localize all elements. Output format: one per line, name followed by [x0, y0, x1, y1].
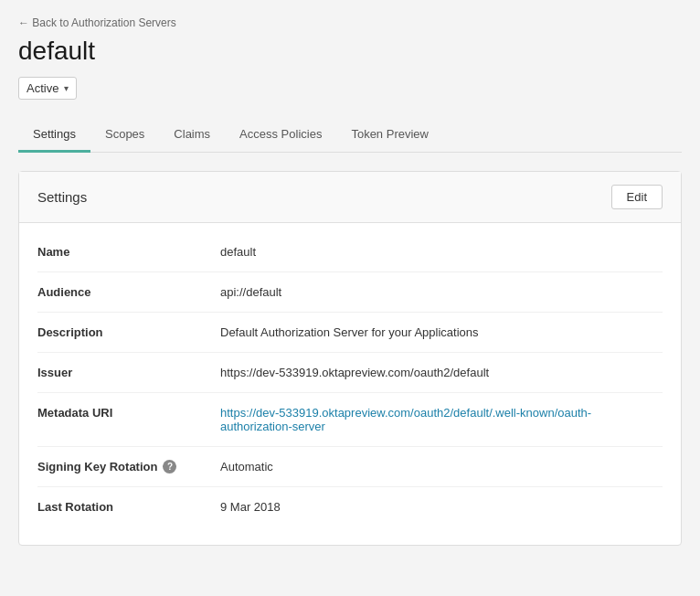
- field-label-name: Name: [37, 245, 220, 259]
- field-row-audience: Audience api://default: [37, 272, 663, 313]
- field-label-last-rotation: Last Rotation: [37, 500, 220, 514]
- tab-token-preview[interactable]: Token Preview: [336, 118, 443, 153]
- field-row-description: Description Default Authorization Server…: [37, 313, 663, 353]
- chevron-down-icon: ▾: [64, 83, 69, 93]
- tab-scopes[interactable]: Scopes: [90, 118, 159, 153]
- field-value-name: default: [220, 245, 663, 259]
- card-header-title: Settings: [37, 189, 87, 205]
- help-icon[interactable]: ?: [163, 460, 176, 474]
- field-label-signing-key-rotation: Signing Key Rotation ?: [37, 460, 220, 474]
- card-body: Name default Audience api://default Desc…: [19, 223, 681, 545]
- field-value-metadata-uri[interactable]: https://dev-533919.oktapreview.com/oauth…: [220, 406, 663, 433]
- status-label: Active: [27, 81, 58, 95]
- field-row-last-rotation: Last Rotation 9 Mar 2018: [37, 487, 663, 527]
- card-header: Settings Edit: [19, 172, 681, 223]
- field-row-metadata-uri: Metadata URI https://dev-533919.oktaprev…: [37, 393, 663, 447]
- field-label-audience: Audience: [37, 285, 220, 299]
- back-link[interactable]: ← Back to Authorization Servers: [18, 16, 176, 29]
- tab-claims[interactable]: Claims: [159, 118, 225, 153]
- field-label-description: Description: [37, 325, 220, 339]
- settings-card: Settings Edit Name default Audience api:…: [18, 171, 682, 546]
- edit-button[interactable]: Edit: [611, 185, 663, 209]
- tab-settings[interactable]: Settings: [18, 118, 90, 153]
- tabs-bar: Settings Scopes Claims Access Policies T…: [18, 118, 682, 153]
- field-row-signing-key-rotation: Signing Key Rotation ? Automatic: [37, 447, 663, 487]
- field-value-audience: api://default: [220, 285, 663, 299]
- page-container: ← Back to Authorization Servers default …: [0, 0, 700, 596]
- field-value-issuer: https://dev-533919.oktapreview.com/oauth…: [220, 366, 663, 379]
- tab-access-policies[interactable]: Access Policies: [225, 118, 336, 153]
- field-row-name: Name default: [37, 232, 663, 272]
- field-value-signing-key-rotation: Automatic: [220, 460, 663, 474]
- field-label-metadata-uri: Metadata URI: [37, 406, 220, 420]
- field-row-issuer: Issuer https://dev-533919.oktapreview.co…: [37, 353, 663, 393]
- page-title: default: [18, 37, 682, 66]
- field-value-last-rotation: 9 Mar 2018: [220, 500, 663, 514]
- field-value-description: Default Authorization Server for your Ap…: [220, 325, 663, 339]
- field-label-issuer: Issuer: [37, 366, 220, 379]
- status-dropdown[interactable]: Active ▾: [18, 77, 77, 100]
